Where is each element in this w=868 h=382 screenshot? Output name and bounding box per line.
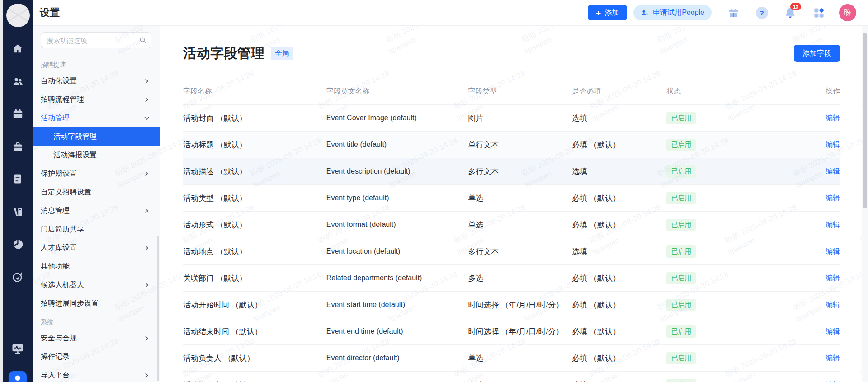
field-type-cell: 多行文本 bbox=[468, 166, 572, 177]
title-row: 活动字段管理 全局 添加字段 bbox=[183, 42, 840, 65]
gift-icon[interactable] bbox=[726, 6, 740, 19]
help-icon[interactable]: ? bbox=[755, 6, 769, 19]
apply-trial-button[interactable]: 申请试用People bbox=[633, 5, 712, 20]
field-name-cell: 活动开始时间 （默认） bbox=[183, 300, 326, 310]
workspace-avatar[interactable] bbox=[6, 4, 30, 27]
field-name-cell: 活动负责人 （默认） bbox=[183, 353, 326, 363]
sidebar-item[interactable]: 招聘流程管理 bbox=[40, 90, 152, 109]
edit-link[interactable]: 编辑 bbox=[826, 114, 840, 122]
sidebar-item[interactable]: 门店简历共享 bbox=[40, 220, 152, 239]
user-avatar[interactable]: 盼 bbox=[839, 4, 856, 21]
sidebar-item[interactable]: 自动化设置 bbox=[40, 72, 152, 90]
field-required-cell: 选填 bbox=[572, 246, 666, 257]
people-icon[interactable] bbox=[3, 75, 33, 88]
field-name-cell: 活动封面 （默认） bbox=[183, 113, 326, 123]
sidebar-item-label: 其他功能 bbox=[41, 262, 150, 271]
field-name-cell: 关联部门 （默认） bbox=[183, 273, 326, 283]
question-glyph: ? bbox=[760, 9, 764, 17]
sidebar-item-label: 操作记录 bbox=[41, 352, 150, 362]
home-icon[interactable] bbox=[3, 43, 33, 55]
sidebar-item[interactable]: 候选人机器人 bbox=[40, 276, 152, 294]
edit-link[interactable]: 编辑 bbox=[826, 327, 840, 335]
edit-link[interactable]: 编辑 bbox=[826, 167, 840, 175]
field-type-cell: 时间选择 （年/月/日/时/分） bbox=[468, 300, 572, 310]
section-title: 活动字段管理 bbox=[183, 44, 264, 63]
status-badge: 已启用 bbox=[666, 192, 696, 204]
action-cell: 编辑 bbox=[753, 274, 840, 283]
edit-link[interactable]: 编辑 bbox=[826, 194, 840, 202]
sidebar-item[interactable]: 其他功能 bbox=[40, 257, 152, 276]
sidebar-item[interactable]: 活动管理 bbox=[40, 109, 152, 127]
status-badge: 已启用 bbox=[666, 325, 696, 338]
document-icon[interactable] bbox=[3, 173, 33, 185]
field-required-cell: 选填 bbox=[572, 166, 666, 177]
search-icon bbox=[139, 36, 146, 46]
sidebar-item-label: 人才库设置 bbox=[41, 243, 144, 253]
action-cell: 编辑 bbox=[753, 220, 840, 230]
field-required-cell: 必填 （默认） bbox=[572, 140, 666, 150]
table-row: 活动标题 （默认）Event title (default)单行文本必填 （默认… bbox=[183, 131, 840, 158]
sidebar-section-label: 招聘提速 bbox=[40, 56, 152, 72]
sidebar-item[interactable]: 导入平台 bbox=[40, 366, 152, 382]
chevron-right-icon bbox=[144, 171, 150, 177]
edit-link[interactable]: 编辑 bbox=[826, 301, 840, 308]
notifications-bell-icon[interactable]: 13 bbox=[783, 6, 797, 19]
calendar-icon[interactable] bbox=[3, 108, 33, 120]
action-cell: 编辑 bbox=[753, 327, 840, 336]
field-english-name-cell: Event location (default) bbox=[326, 247, 468, 255]
action-cell: 编辑 bbox=[753, 140, 840, 150]
table-header-row: 字段名称字段英文名称字段类型是否必填状态操作 bbox=[183, 78, 840, 104]
edit-link[interactable]: 编辑 bbox=[826, 274, 840, 282]
add-button[interactable]: + 添加 bbox=[588, 5, 627, 20]
page-scrollbar-thumb[interactable] bbox=[863, 33, 867, 208]
person-icon bbox=[641, 9, 649, 17]
page-scrollbar-track[interactable] bbox=[862, 26, 868, 382]
sidebar-scrollbar[interactable] bbox=[157, 236, 159, 381]
field-english-name-cell: Event title (default) bbox=[326, 141, 468, 149]
chevron-right-icon bbox=[144, 78, 150, 84]
sidebar-item-selected[interactable]: 活动字段管理 bbox=[33, 127, 160, 146]
fields-table: 字段名称字段英文名称字段类型是否必填状态操作 活动封面 （默认）Event Co… bbox=[183, 78, 840, 382]
edit-link[interactable]: 编辑 bbox=[826, 141, 840, 148]
edit-link[interactable]: 编辑 bbox=[826, 381, 840, 382]
add-button-label: 添加 bbox=[604, 8, 619, 18]
edit-link[interactable]: 编辑 bbox=[826, 354, 840, 362]
action-cell: 编辑 bbox=[753, 354, 840, 363]
people-app-icon[interactable] bbox=[3, 371, 33, 382]
field-type-cell: 单选 bbox=[468, 193, 572, 203]
status-cell: 已启用 bbox=[666, 299, 753, 311]
sidebar-item[interactable]: 消息管理 bbox=[40, 202, 152, 220]
sidebar-item[interactable]: 人才库设置 bbox=[40, 239, 152, 257]
sidebar-item-label: 导入平台 bbox=[41, 371, 144, 380]
sidebar-item[interactable]: 活动海报设置 bbox=[40, 146, 152, 165]
monitor-pulse-icon[interactable] bbox=[3, 342, 33, 355]
sidebar-item[interactable]: 自定义招聘设置 bbox=[40, 183, 152, 202]
sidebar-item[interactable]: 招聘进展同步设置 bbox=[40, 294, 152, 313]
pie-chart-icon[interactable] bbox=[3, 238, 33, 250]
storage-box-icon[interactable] bbox=[3, 141, 33, 153]
status-badge: 已启用 bbox=[666, 379, 696, 382]
sidebar-item-label: 招聘进展同步设置 bbox=[41, 299, 150, 308]
library-icon[interactable] bbox=[3, 206, 33, 218]
notification-badge: 13 bbox=[790, 3, 801, 10]
status-cell: 已启用 bbox=[666, 192, 753, 204]
status-cell: 已启用 bbox=[666, 379, 753, 382]
apps-grid-icon[interactable] bbox=[812, 6, 826, 19]
compass-icon[interactable] bbox=[3, 271, 33, 283]
settings-sidebar: 招聘提速自动化设置招聘流程管理活动管理活动字段管理活动海报设置保护期设置自定义招… bbox=[33, 26, 160, 382]
sidebar-item[interactable]: 操作记录 bbox=[40, 348, 152, 366]
chevron-right-icon bbox=[144, 245, 150, 251]
status-badge: 已启用 bbox=[666, 112, 696, 124]
field-required-cell: 必填 （默认） bbox=[572, 326, 666, 337]
sidebar-item[interactable]: 安全与合规 bbox=[40, 329, 152, 348]
edit-link[interactable]: 编辑 bbox=[826, 247, 840, 255]
edit-link[interactable]: 编辑 bbox=[826, 221, 840, 228]
app-rail bbox=[3, 0, 33, 382]
add-field-button[interactable]: 添加字段 bbox=[794, 45, 840, 62]
status-badge: 已启用 bbox=[666, 245, 696, 258]
field-type-cell: 多行文本 bbox=[468, 246, 572, 257]
sidebar-item[interactable]: 保护期设置 bbox=[40, 165, 152, 183]
field-english-name-cell: Event type (default) bbox=[326, 194, 468, 202]
chevron-right-icon bbox=[144, 282, 150, 288]
search-input[interactable] bbox=[41, 32, 151, 48]
